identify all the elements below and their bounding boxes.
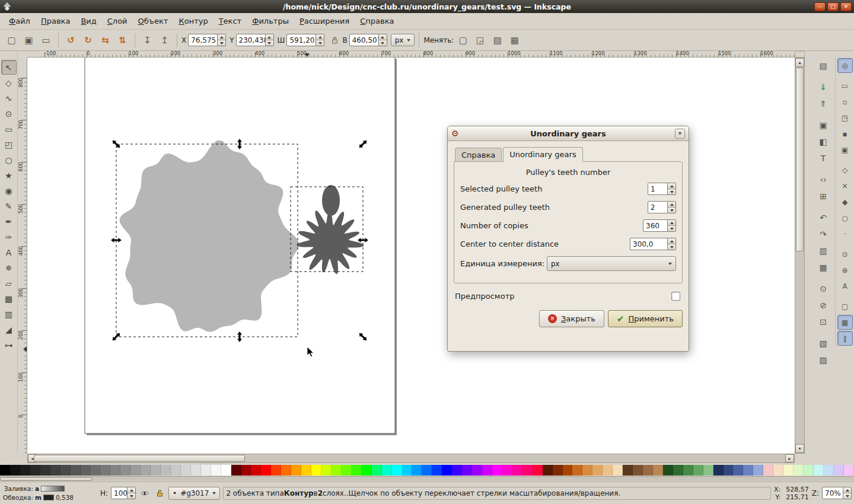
- titlebar[interactable]: /home/nick/Design/cnc-club.ru/unordinary…: [0, 0, 854, 13]
- palette-swatch[interactable]: [90, 465, 100, 476]
- flip-vertical-button[interactable]: ⇅: [114, 32, 130, 48]
- palette-swatch[interactable]: [773, 465, 783, 476]
- lock-aspect-ratio-toggle[interactable]: [329, 34, 340, 46]
- palette-swatch[interactable]: [40, 465, 50, 476]
- spinner[interactable]: [668, 201, 676, 213]
- dialog-field-spinbox[interactable]: 300,0: [630, 238, 676, 250]
- h-entry[interactable]: 460,507: [349, 34, 379, 46]
- palette-swatch[interactable]: [392, 465, 402, 476]
- snap-rotation-centers-toggle[interactable]: ⊕: [837, 263, 853, 277]
- snap-toggle[interactable]: ◎: [837, 58, 853, 73]
- menu-item-5[interactable]: Объект: [133, 14, 174, 28]
- palette-swatch[interactable]: [81, 465, 91, 476]
- vertical-scrollbar[interactable]: ▴ ▾: [795, 58, 805, 454]
- palette-swatch[interactable]: [71, 465, 81, 476]
- transform-gradients-toggle[interactable]: ▨: [489, 32, 505, 48]
- duplicate-button[interactable]: ▥: [815, 243, 831, 259]
- palette-swatch[interactable]: [492, 465, 502, 476]
- palette-swatch[interactable]: [191, 465, 201, 476]
- menu-item-7[interactable]: Текст: [214, 14, 247, 28]
- palette-swatch[interactable]: [643, 465, 653, 476]
- snap-nodes-toggle[interactable]: ◇: [837, 162, 853, 177]
- spin-up-button[interactable]: [379, 34, 387, 40]
- spinner[interactable]: [379, 34, 387, 46]
- snap-guides-toggle[interactable]: ∥: [837, 331, 853, 346]
- stroke-swatch[interactable]: [43, 495, 54, 500]
- palette-swatch[interactable]: [50, 465, 60, 476]
- palette-swatch[interactable]: [181, 465, 191, 476]
- zoom-page-button[interactable]: ⊡: [815, 314, 831, 330]
- connector-tool[interactable]: ⊶: [1, 337, 17, 352]
- flip-horizontal-button[interactable]: ⇆: [97, 32, 113, 48]
- spin-down-button[interactable]: [668, 225, 675, 231]
- menu-item-10[interactable]: Справка: [355, 14, 399, 28]
- spinner[interactable]: [128, 487, 136, 499]
- rectangle-tool[interactable]: ▭: [1, 122, 17, 136]
- palette-swatch[interactable]: [553, 465, 563, 476]
- spin-up-button[interactable]: [128, 487, 135, 493]
- palette-swatch[interactable]: [633, 465, 643, 476]
- palette-swatch[interactable]: [703, 465, 713, 476]
- raise-to-top-button[interactable]: ↥: [157, 32, 173, 48]
- select-in-all-layers-button[interactable]: ▣: [21, 32, 37, 48]
- units-dropdown[interactable]: px: [391, 34, 415, 46]
- star-tool[interactable]: ★: [1, 168, 17, 183]
- palette-scrollbar-thumb[interactable]: [0, 477, 92, 481]
- palette-swatch[interactable]: [673, 465, 683, 476]
- palette-swatch[interactable]: [271, 465, 281, 476]
- xml-editor-button[interactable]: ‹›: [815, 172, 831, 187]
- dialog-titlebar[interactable]: ⚙ Unordinary gears ✕: [448, 126, 689, 141]
- snap-text-baseline-toggle[interactable]: A: [837, 279, 853, 294]
- zoom-drawing-button[interactable]: ⊘: [815, 298, 831, 313]
- preview-checkbox[interactable]: [671, 292, 680, 301]
- scroll-right-button[interactable]: ▸: [785, 454, 794, 462]
- scrollbar-corner-button[interactable]: [795, 51, 805, 58]
- palette-swatch[interactable]: [20, 465, 30, 476]
- palette-swatch[interactable]: [10, 465, 20, 476]
- palette-swatch[interactable]: [120, 465, 130, 476]
- menu-item-9[interactable]: Расширения: [294, 14, 355, 28]
- palette-swatch[interactable]: [251, 465, 261, 476]
- palette-swatch[interactable]: [603, 465, 613, 476]
- pencil-tool[interactable]: ✎: [1, 199, 17, 213]
- palette-swatch[interactable]: [844, 465, 854, 476]
- dialog-field-spinbox[interactable]: 2: [648, 201, 676, 213]
- palette-swatch[interactable]: [241, 465, 251, 476]
- close-button[interactable]: ✕ Закрыть: [539, 310, 604, 327]
- palette-swatch[interactable]: [653, 465, 663, 476]
- palette-swatch[interactable]: [763, 465, 773, 476]
- palette-swatch[interactable]: [442, 465, 452, 476]
- y-spinbox[interactable]: 230,438: [236, 34, 274, 46]
- palette-swatch[interactable]: [472, 465, 482, 476]
- palette-swatch[interactable]: [753, 465, 763, 476]
- spin-down-button[interactable]: [668, 189, 675, 194]
- spin-up-button[interactable]: [316, 34, 324, 40]
- palette-swatch[interactable]: [402, 465, 412, 476]
- spinner[interactable]: [266, 34, 274, 46]
- palette-swatch[interactable]: [141, 465, 151, 476]
- select-all-button[interactable]: ▢: [4, 32, 20, 48]
- zoom-spinbox[interactable]: 70%: [822, 487, 852, 499]
- vertical-scrollbar-thumb[interactable]: [796, 68, 804, 251]
- palette-swatch[interactable]: [804, 465, 814, 476]
- snap-cusp-nodes-toggle[interactable]: ◆: [837, 194, 853, 209]
- spin-up-button[interactable]: [218, 34, 225, 40]
- unit-combobox[interactable]: px: [547, 256, 676, 271]
- redo-button[interactable]: ↷: [815, 227, 831, 242]
- palette-swatch[interactable]: [130, 465, 141, 476]
- palette-swatch[interactable]: [211, 465, 221, 476]
- small-gear-head[interactable]: [322, 185, 340, 216]
- paste-button[interactable]: ▤: [815, 58, 831, 74]
- palette-swatch[interactable]: [301, 465, 311, 476]
- node-tool[interactable]: ◇: [1, 75, 17, 90]
- dialog-field-entry[interactable]: 2: [648, 201, 668, 213]
- snap-bbox-centers-toggle[interactable]: ▣: [837, 142, 853, 157]
- layer-visibility-toggle[interactable]: [139, 487, 151, 499]
- box3d-tool[interactable]: ◰: [1, 137, 17, 152]
- spinner[interactable]: [668, 183, 676, 195]
- dialog-field-spinbox[interactable]: 360: [643, 219, 676, 232]
- dialog-field-entry[interactable]: 1: [648, 183, 668, 195]
- palette-swatch[interactable]: [512, 465, 522, 476]
- w-spinbox[interactable]: 591,203: [286, 34, 324, 46]
- tweak-tool[interactable]: ∿: [1, 91, 17, 106]
